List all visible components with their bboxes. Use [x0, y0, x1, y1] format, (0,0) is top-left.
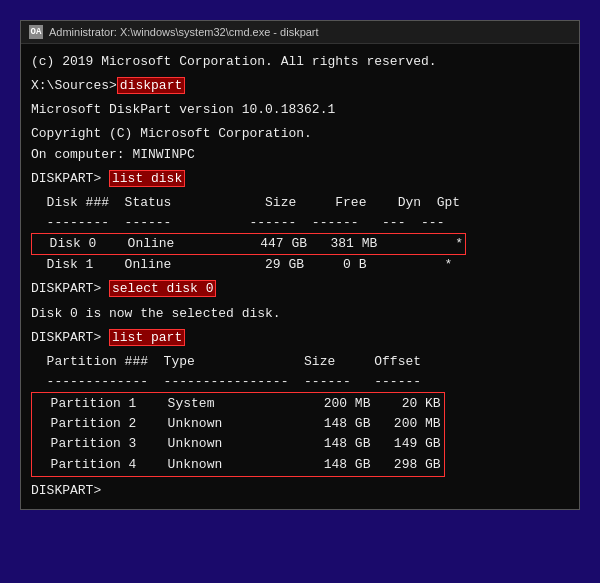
part4-row: Partition 4 Unknown 148 GB 298 GB — [35, 455, 441, 475]
part3-text: Partition 3 Unknown 148 GB 149 GB — [35, 436, 441, 451]
diskpart-cmd: diskpart — [117, 77, 185, 94]
cmd-window: OA Administrator: X:\windows\system32\cm… — [20, 20, 580, 510]
terminal-content: (c) 2019 Microsoft Corporation. All righ… — [21, 44, 579, 509]
ms-version-line: Microsoft DiskPart version 10.0.18362.1 — [31, 100, 569, 120]
ms-version-text: Microsoft DiskPart version 10.0.18362.1 — [31, 102, 335, 117]
list-part-cmd: list part — [109, 329, 185, 346]
part2-row: Partition 2 Unknown 148 GB 200 MB — [35, 414, 441, 434]
final-prompt-line: DISKPART> — [31, 481, 569, 501]
part3-row: Partition 3 Unknown 148 GB 149 GB — [35, 434, 441, 454]
copyright-text: (c) 2019 Microsoft Corporation. All righ… — [31, 54, 437, 69]
disk-sep: -------- ------ ------ ------ --- --- — [31, 213, 569, 233]
part1-row: Partition 1 System 200 MB 20 KB — [35, 394, 441, 414]
part4-text: Partition 4 Unknown 148 GB 298 GB — [35, 457, 441, 472]
disk0-row: Disk 0 Online 447 GB 381 MB * — [31, 233, 466, 255]
disk-header: Disk ### Status Size Free Dyn Gpt — [31, 193, 569, 213]
disk1-row: Disk 1 Online 29 GB 0 B * — [31, 255, 569, 275]
part-header: Partition ### Type Size Offset — [31, 352, 569, 372]
prompt-diskpart-line: X:\Sources>diskpart — [31, 76, 569, 96]
list-part-prompt-line: DISKPART> list part — [31, 328, 569, 348]
part1-text: Partition 1 System 200 MB 20 KB — [35, 396, 441, 411]
selected-disk-msg: Disk 0 is now the selected disk. — [31, 304, 569, 324]
partition-box: Partition 1 System 200 MB 20 KB Partitio… — [31, 392, 445, 477]
cmd-icon: OA — [29, 25, 43, 39]
prompt5-text: DISKPART> — [31, 483, 109, 498]
prompt1-text: X:\Sources> — [31, 78, 117, 93]
selected-msg-text: Disk 0 is now the selected disk. — [31, 306, 281, 321]
list-disk-prompt-line: DISKPART> list disk — [31, 169, 569, 189]
part-sep: ------------- ---------------- ------ --… — [31, 372, 569, 392]
select-disk-prompt-line: DISKPART> select disk 0 — [31, 279, 569, 299]
title-bar-text: Administrator: X:\windows\system32\cmd.e… — [49, 26, 319, 38]
on-computer-text: On computer: MINWINPC — [31, 147, 195, 162]
on-computer-line: On computer: MINWINPC — [31, 145, 569, 165]
title-bar: OA Administrator: X:\windows\system32\cm… — [21, 21, 579, 44]
list-disk-cmd: list disk — [109, 170, 185, 187]
disk0-text: Disk 0 Online 447 GB 381 MB * — [34, 236, 463, 251]
copyright-line: (c) 2019 Microsoft Corporation. All righ… — [31, 52, 569, 72]
part2-text: Partition 2 Unknown 148 GB 200 MB — [35, 416, 441, 431]
select-disk-cmd: select disk 0 — [109, 280, 216, 297]
prompt3-text: DISKPART> — [31, 281, 109, 296]
copyright-ms-line: Copyright (C) Microsoft Corporation. — [31, 124, 569, 144]
copyright-ms-text: Copyright (C) Microsoft Corporation. — [31, 126, 312, 141]
prompt4-text: DISKPART> — [31, 330, 109, 345]
prompt2-text: DISKPART> — [31, 171, 109, 186]
disk1-text: Disk 1 Online 29 GB 0 B * — [31, 257, 452, 272]
